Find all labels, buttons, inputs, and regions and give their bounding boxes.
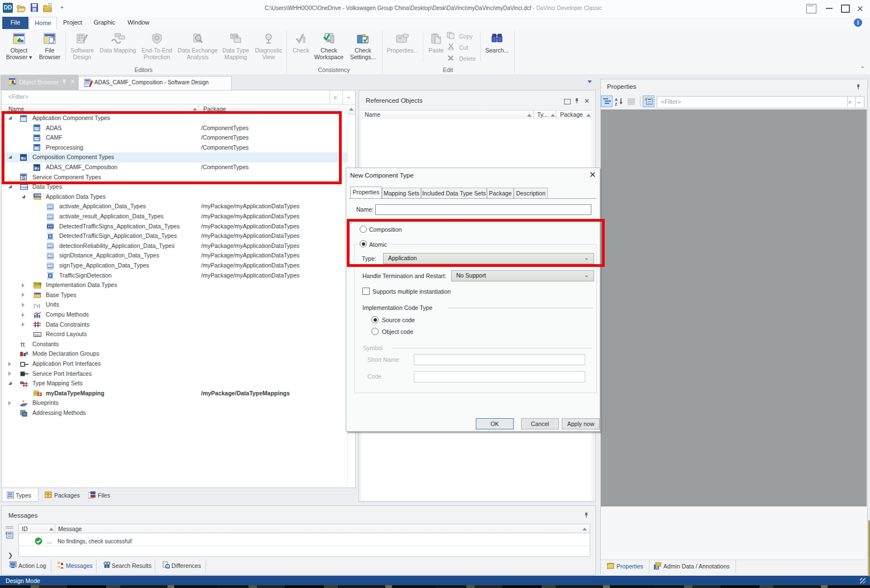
svg-text:TYPE: TYPE — [35, 283, 42, 286]
svg-text:[°c]: [°c] — [34, 303, 40, 308]
svg-text:TYPE: TYPE — [21, 185, 28, 189]
svg-text:TYPE: TYPE — [232, 35, 240, 38]
svg-text:Z: Z — [615, 102, 618, 106]
svg-text:123: 123 — [48, 245, 53, 248]
svg-text:π: π — [20, 341, 25, 348]
svg-text:A: A — [656, 566, 658, 570]
svg-text:A: A — [615, 98, 618, 102]
svg-text:123: 123 — [48, 215, 53, 218]
svg-text:123: 123 — [48, 254, 53, 257]
svg-text:123: 123 — [48, 264, 53, 267]
svg-text:TYPE: TYPE — [35, 194, 42, 197]
svg-text:123: 123 — [48, 205, 53, 208]
svg-text:010: 010 — [35, 333, 40, 336]
